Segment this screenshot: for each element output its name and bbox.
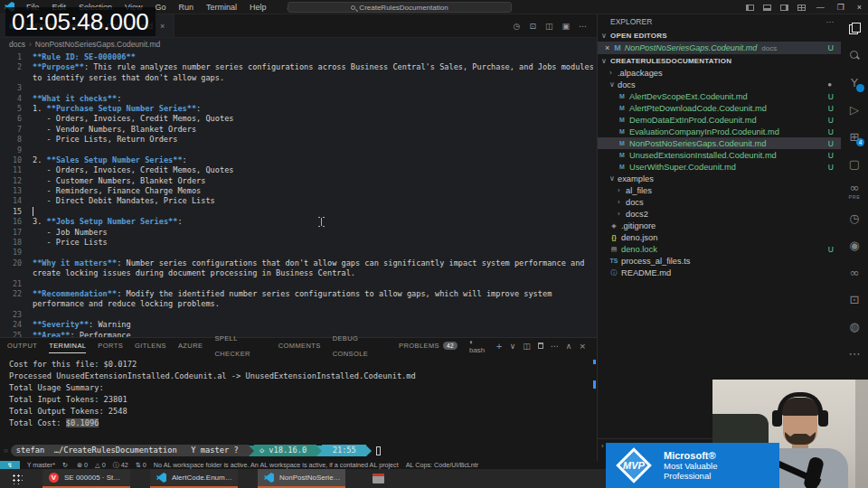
tab-close-icon[interactable]: × <box>160 22 165 31</box>
tree-file-nonpostnoseriesgaps.codeunit.md[interactable]: MNonPostNoSeriesGaps.Codeunit.mdU <box>598 137 841 149</box>
mvp-line3: Professional <box>664 471 718 481</box>
panel-tabbar: OUTPUTTERMINALPORTSGITLENSAZURESPELL CHE… <box>0 338 597 353</box>
terminal-dropdown-icon[interactable]: ∨ <box>506 342 520 351</box>
activitybar-extensions-icon[interactable]: ⊞4 <box>841 123 868 150</box>
tree-folder-docs[interactable]: ∨docs● <box>598 79 841 90</box>
toggle-panel-icon[interactable] <box>763 5 771 11</box>
activitybar-remote-explorer-icon[interactable]: ▢ <box>841 150 868 177</box>
status-al-cops[interactable]: AL Cops: Code/UI/BcLntr <box>406 461 478 469</box>
open-editors-section[interactable]: ∨ OPEN EDITORS <box>598 29 841 42</box>
tree-file-readme.md[interactable]: ⓘREADME.md <box>598 267 841 278</box>
activitybar-prerelease-icon[interactable]: ∞PRE <box>841 177 868 204</box>
layout-icon[interactable]: ▣ <box>557 22 574 31</box>
code-text: - Customer Numbers, Blanket Orders <box>33 176 205 186</box>
activitybar-components-icon[interactable]: ⊡ <box>841 286 868 313</box>
tree-folder-docs2[interactable]: ›docs2 <box>598 208 841 220</box>
code-line: 102. **Sales Setup Number Series**: <box>0 155 593 165</box>
status-git-branch[interactable]: Υmaster* <box>27 461 55 469</box>
activitybar-github-icon[interactable]: ◍ <box>841 313 868 340</box>
activitybar-run-debug-icon[interactable]: ▷ <box>841 96 868 123</box>
panel-tab-problems[interactable]: PROBLEMS42 <box>399 338 458 353</box>
status-ports[interactable]: ⇅0 <box>136 461 146 469</box>
panel-tab-ports[interactable]: PORTS <box>98 338 123 353</box>
tree-file-deno.lock[interactable]: ▤deno.lockU <box>598 243 841 255</box>
line-number: 14 <box>0 196 22 206</box>
maximize-panel-icon[interactable]: ∧ <box>562 342 576 351</box>
kill-terminal-icon[interactable] <box>538 343 543 349</box>
minimize-button[interactable]: — <box>810 0 831 14</box>
tree-file-.gitignore[interactable]: ◈.gitignore <box>598 220 841 231</box>
scrollbar-mark <box>593 360 596 364</box>
activitybar-more-views-icon[interactable]: ⋯ <box>841 340 868 367</box>
tree-folder-examples[interactable]: ∨examples <box>598 173 841 184</box>
split-terminal-icon[interactable]: ◫ <box>519 342 534 351</box>
code-line: 13 - Reminders, Finance Charge Memos <box>0 186 593 196</box>
terminal-prompt[interactable]: ○stefan …/CreateRulesDocumentation Υ mas… <box>4 445 381 456</box>
panel-tab-comments[interactable]: COMMENTS <box>278 338 321 353</box>
tree-file-process_al_files.ts[interactable]: TSprocess_al_files.ts <box>598 255 841 267</box>
activitybar-explorer-icon[interactable] <box>841 14 868 42</box>
status-warnings[interactable]: △0 <box>95 461 106 469</box>
more-actions-icon[interactable]: ⋯ <box>574 22 591 31</box>
activitybar-pipelines-icon[interactable]: ∞ <box>841 258 868 286</box>
open-changes-icon[interactable]: ⊡ <box>524 22 541 31</box>
menu-terminal[interactable]: Terminal <box>200 0 243 14</box>
panel-tab-debug-console[interactable]: DEBUG CONSOLE <box>333 338 387 353</box>
tree-folder-al_files[interactable]: ›al_files <box>598 184 841 196</box>
open-editor-item[interactable]: × M NonPostNoSeriesGaps.Codeunit.md docs… <box>598 42 841 54</box>
panel-tab-azure[interactable]: AZURE <box>178 338 203 353</box>
remote-indicator[interactable]: ↯ <box>0 461 20 469</box>
customize-layout-icon[interactable] <box>797 5 806 11</box>
breadcrumb-dir[interactable]: docs <box>9 40 25 49</box>
activitybar-search-icon[interactable] <box>841 42 868 69</box>
tree-file-alertdevscopeext.codeunit.md[interactable]: MAlertDevScopeExt.Codeunit.mdU <box>598 90 841 102</box>
taskbar-item-1[interactable]: AlertCode.Enum… <box>150 469 238 488</box>
tree-file-unusedextensioninstalled.codeunit.md[interactable]: MUnusedExtensionInstalled.Codeunit.mdU <box>598 149 841 161</box>
panel-tab-spell-checker[interactable]: SPELL CHECKER <box>214 338 266 353</box>
toggle-secondary-sidebar-icon[interactable] <box>780 5 788 11</box>
status-infos[interactable]: ⓘ42 <box>113 461 128 470</box>
app-launcher-icon[interactable] <box>11 473 23 484</box>
shell-indicator[interactable]: ◐ bash <box>469 338 486 354</box>
tree-folder-docs[interactable]: ›docs <box>598 196 841 208</box>
status-errors[interactable]: ⊗0 <box>77 461 88 469</box>
menu-help[interactable]: Help <box>243 0 273 14</box>
tree-file-alertptedownloadcode.codeunit.md[interactable]: MAlertPteDownloadCode.Codeunit.mdU <box>598 102 841 114</box>
terminal-output[interactable]: Cost for this file: $0.0172Processed Unu… <box>0 353 597 428</box>
panel-tab-gitlens[interactable]: GITLENS <box>135 338 166 353</box>
breadcrumb-file[interactable]: NonPostNoSeriesGaps.Codeunit.md <box>35 40 160 49</box>
status-sync[interactable]: ↻ <box>62 461 70 469</box>
tree-file-evaluationcompanyinprod.codeunit.md[interactable]: MEvaluationCompanyInProd.Codeunit.mdU <box>598 126 841 137</box>
restore-button[interactable]: ❐ <box>831 0 851 14</box>
new-terminal-icon[interactable]: + <box>492 342 506 351</box>
panel-tab-output[interactable]: OUTPUT <box>7 338 37 353</box>
command-center-search[interactable]: CreateRulesDocumentation <box>288 2 512 13</box>
activitybar-source-control-icon[interactable]: Υ <box>841 69 868 96</box>
line-number: 13 <box>0 186 22 196</box>
activitybar-test-runner-icon[interactable]: ◉ <box>841 231 868 258</box>
code-text <box>33 207 33 217</box>
tree-file-demodataextinprod.codeunit.md[interactable]: MDemoDataExtInProd.Codeunit.mdU <box>598 114 841 126</box>
timeline-icon[interactable]: ◷ <box>509 22 525 31</box>
panel-tab-terminal[interactable]: TERMINAL <box>49 338 86 353</box>
taskbar-files-icon[interactable] <box>373 474 384 483</box>
breadcrumb[interactable]: docs › NonPostNoSeriesGaps.Codeunit.md <box>0 38 597 51</box>
split-editor-icon[interactable]: ◫ <box>541 22 558 31</box>
more-actions-icon[interactable]: ⋯ <box>547 342 562 351</box>
tree-folder-.alpackages[interactable]: ›.alpackages <box>598 67 841 79</box>
workspace-section[interactable]: ∨ CREATERULESDOCUMENTATION <box>598 54 841 67</box>
menu-run[interactable]: Run <box>172 0 200 14</box>
toggle-sidebar-icon[interactable] <box>746 5 754 11</box>
sidebar-more-icon[interactable]: ⋯ <box>826 17 835 26</box>
headphone-cup-left <box>772 410 782 427</box>
code-editor[interactable]: 1**Rule ID: SE-000006**2**Purpose**: Thi… <box>0 52 593 337</box>
close-panel-icon[interactable]: × <box>575 342 590 351</box>
tree-file-userwithsuper.codeunit.md[interactable]: MUserWithSuper.Codeunit.mdU <box>598 161 841 173</box>
status-al-workspace[interactable]: No AL workspace folder is active. An AL … <box>154 461 399 469</box>
activitybar-history-icon[interactable]: ◷ <box>841 204 868 231</box>
close-icon[interactable]: × <box>605 43 609 52</box>
close-button[interactable]: × <box>851 0 868 14</box>
tree-file-deno.json[interactable]: {}deno.json <box>598 231 841 243</box>
taskbar-item-2[interactable]: NonPostNoSerie… <box>258 469 345 488</box>
taskbar-item-0[interactable]: VSE 000005 · St… <box>42 469 130 488</box>
